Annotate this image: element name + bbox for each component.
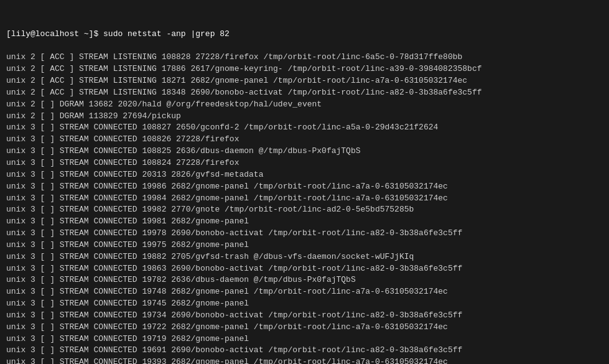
terminal-output: [lily@localhost ~]$ sudo netstat -anp |g…	[6, 5, 603, 52]
table-row: unix 2 [ ACC ] STREAM LISTENING 18271 26…	[6, 75, 603, 87]
table-row: unix 3 [ ] STREAM CONNECTED 19691 2690/b…	[6, 345, 603, 357]
table-row: unix 2 [ ACC ] STREAM LISTENING 18348 26…	[6, 87, 603, 99]
table-row: unix 3 [ ] STREAM CONNECTED 19748 2682/g…	[6, 286, 603, 298]
table-row: unix 3 [ ] STREAM CONNECTED 19986 2682/g…	[6, 181, 603, 193]
table-row: unix 3 [ ] STREAM CONNECTED 20313 2826/g…	[6, 169, 603, 181]
table-row: unix 3 [ ] STREAM CONNECTED 19982 2770/g…	[6, 204, 603, 216]
prompt-line: [lily@localhost ~]$ sudo netstat -anp |g…	[6, 29, 603, 40]
table-row: unix 2 [ ACC ] STREAM LISTENING 108828 2…	[6, 52, 603, 63]
netstat-output: unix 2 [ ACC ] STREAM LISTENING 108828 2…	[6, 52, 603, 364]
table-row: unix 3 [ ] STREAM CONNECTED 19393 2682/g…	[6, 357, 603, 364]
table-row: unix 3 [ ] STREAM CONNECTED 19782 2636/d…	[6, 274, 603, 286]
table-row: unix 3 [ ] STREAM CONNECTED 19734 2690/b…	[6, 310, 603, 322]
table-row: unix 3 [ ] STREAM CONNECTED 19978 2690/b…	[6, 228, 603, 240]
table-row: unix 3 [ ] STREAM CONNECTED 108825 2636/…	[6, 146, 603, 157]
table-row: unix 3 [ ] STREAM CONNECTED 19863 2690/b…	[6, 263, 603, 275]
table-row: unix 3 [ ] STREAM CONNECTED 108826 27228…	[6, 134, 603, 146]
table-row: unix 3 [ ] STREAM CONNECTED 19722 2682/g…	[6, 322, 603, 334]
table-row: unix 2 [ ] DGRAM 13682 2020/hald @/org/f…	[6, 99, 603, 111]
table-row: unix 3 [ ] STREAM CONNECTED 19975 2682/g…	[6, 240, 603, 251]
table-row: unix 3 [ ] STREAM CONNECTED 19745 2682/g…	[6, 298, 603, 310]
table-row: unix 3 [ ] STREAM CONNECTED 19981 2682/g…	[6, 216, 603, 228]
table-row: unix 3 [ ] STREAM CONNECTED 108827 2650/…	[6, 122, 603, 134]
table-row: unix 2 [ ] DGRAM 113829 27694/pickup	[6, 111, 603, 123]
table-row: unix 2 [ ACC ] STREAM LISTENING 17886 26…	[6, 63, 603, 75]
table-row: unix 3 [ ] STREAM CONNECTED 19719 2682/g…	[6, 334, 603, 345]
table-row: unix 3 [ ] STREAM CONNECTED 19882 2705/g…	[6, 251, 603, 263]
table-row: unix 3 [ ] STREAM CONNECTED 19984 2682/g…	[6, 193, 603, 205]
table-row: unix 3 [ ] STREAM CONNECTED 108824 27228…	[6, 157, 603, 169]
